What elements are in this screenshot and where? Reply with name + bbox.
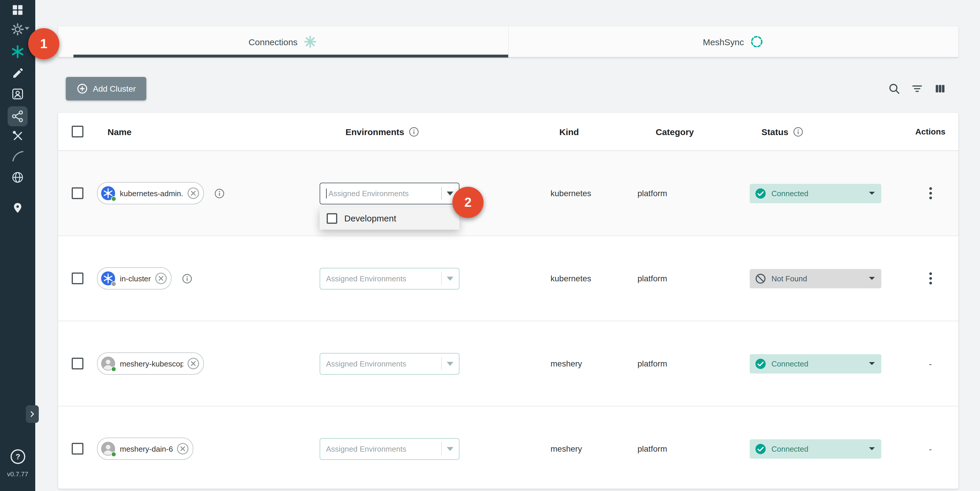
row-checkbox[interactable]	[72, 273, 83, 284]
status-dropdown[interactable]: Not Found	[750, 269, 881, 288]
select-divider	[441, 357, 442, 370]
sidebar-item-connections[interactable]	[8, 106, 28, 126]
header-status: Status	[761, 127, 789, 137]
tab-connections-label: Connections	[248, 37, 298, 47]
actions-placeholder: -	[929, 444, 932, 454]
kubernetes-icon	[100, 271, 116, 286]
chevron-down-icon[interactable]	[446, 361, 454, 366]
connection-name-chip[interactable]: in-cluster	[97, 267, 172, 289]
dashboard-grid-icon[interactable]	[11, 3, 25, 17]
row-checkbox[interactable]	[72, 358, 83, 369]
select-divider	[441, 187, 442, 200]
status-dropdown[interactable]: Connected	[750, 439, 881, 458]
row-checkbox[interactable]	[72, 443, 83, 454]
status-label: Connected	[772, 189, 863, 198]
help-button[interactable]: ?	[11, 449, 25, 464]
connection-name-chip[interactable]: kubernetes-admin...	[97, 182, 204, 204]
remove-connection-icon[interactable]	[177, 443, 189, 454]
status-dropdown[interactable]: Connected	[750, 354, 881, 373]
annotation-number: 2	[465, 195, 472, 210]
sidebar: ? v0.7.77	[0, 0, 35, 491]
kind-value: kubernetes	[550, 189, 591, 198]
status-label: Not Found	[772, 274, 863, 283]
search-icon[interactable]	[888, 82, 901, 95]
tab-connections[interactable]: Connections	[58, 26, 508, 57]
category-value: platform	[638, 274, 667, 283]
info-icon[interactable]	[409, 127, 419, 137]
environments-select[interactable]: Assigned Environments	[320, 182, 460, 204]
select-divider	[441, 272, 442, 285]
web-globe-icon[interactable]	[11, 170, 25, 184]
text-cursor	[326, 188, 327, 198]
chevron-down-icon[interactable]	[446, 446, 454, 451]
info-icon[interactable]	[793, 127, 803, 137]
table-toolbar: Add Cluster	[58, 76, 958, 101]
plus-circle-icon	[76, 83, 88, 95]
row-actions-menu[interactable]	[929, 271, 932, 286]
connections-icon	[11, 109, 25, 123]
kanvas-icon[interactable]	[11, 44, 25, 59]
status-dropdown[interactable]: Connected	[750, 184, 881, 203]
caret-down-icon	[869, 191, 875, 195]
connection-name: meshery-dain-6	[120, 444, 173, 453]
configuration-icon[interactable]	[11, 66, 25, 80]
caret-down-icon	[869, 447, 875, 451]
row-actions-menu[interactable]	[929, 186, 932, 200]
header-kind: Kind	[550, 127, 638, 137]
table-row: meshery-kubescop... Assigned Environment…	[58, 321, 958, 407]
annotation-step-2: 2	[452, 187, 484, 218]
chevron-right-icon	[29, 410, 36, 418]
check-circle-icon	[755, 358, 766, 369]
check-circle-icon	[755, 443, 766, 454]
workspace-gear-icon[interactable]	[11, 22, 25, 37]
environment-option-development[interactable]: Development	[320, 207, 460, 229]
chevron-down-icon[interactable]	[25, 27, 29, 30]
annotation-step-1: 1	[28, 28, 59, 59]
tab-meshsync[interactable]: MeshSync	[508, 26, 958, 57]
add-cluster-button[interactable]: Add Cluster	[66, 77, 146, 100]
chevron-down-icon[interactable]	[446, 191, 454, 196]
status-dot	[111, 196, 116, 202]
environments-placeholder: Assigned Environments	[326, 444, 439, 453]
arc-icon[interactable]	[11, 149, 25, 163]
status-label: Connected	[772, 359, 863, 368]
location-pin-icon[interactable]	[11, 201, 25, 215]
info-icon[interactable]	[215, 188, 224, 198]
version-label: v0.7.77	[0, 470, 35, 477]
environments-select[interactable]: Assigned Environments	[320, 353, 460, 374]
status-dot	[111, 281, 116, 287]
environments-dropdown-menu: Development	[320, 207, 460, 229]
environments-placeholder: Assigned Environments	[326, 274, 439, 283]
caret-down-icon	[869, 276, 875, 281]
select-all-checkbox[interactable]	[72, 126, 83, 137]
connection-name-chip[interactable]: meshery-dain-6	[97, 437, 194, 460]
row-checkbox[interactable]	[72, 188, 83, 199]
remove-connection-icon[interactable]	[188, 358, 199, 369]
environments-select[interactable]: Assigned Environments	[320, 438, 460, 459]
environments-placeholder: Assigned Environments	[328, 189, 439, 198]
kind-value: meshery	[550, 359, 582, 368]
toolbox-icon[interactable]	[11, 129, 25, 143]
environments-select[interactable]: Assigned Environments	[320, 267, 460, 289]
profiles-icon[interactable]	[11, 87, 25, 101]
sidebar-expand-button[interactable]	[26, 405, 39, 423]
kubernetes-icon	[100, 186, 116, 201]
filter-icon[interactable]	[911, 82, 924, 95]
tab-bar: Connections MeshSync	[58, 26, 958, 57]
table-row: in-cluster Assigned Environments kuberne…	[58, 236, 958, 321]
add-cluster-label: Add Cluster	[93, 84, 136, 94]
annotation-number: 1	[40, 36, 48, 51]
info-icon[interactable]	[182, 273, 192, 283]
kind-value: kubernetes	[550, 274, 591, 283]
category-value: platform	[638, 444, 667, 453]
chevron-down-icon[interactable]	[446, 276, 454, 281]
option-checkbox[interactable]	[327, 213, 337, 224]
select-divider	[441, 442, 442, 455]
remove-connection-icon[interactable]	[188, 188, 199, 199]
option-label: Development	[344, 213, 396, 223]
table-row: kubernetes-admin... Assigned Environment…	[58, 151, 958, 236]
remove-connection-icon[interactable]	[155, 273, 167, 284]
connection-name-chip[interactable]: meshery-kubescop...	[97, 353, 204, 375]
view-columns-icon[interactable]	[934, 82, 947, 95]
connections-table: Name Environments Kind Category Status A…	[58, 113, 958, 489]
